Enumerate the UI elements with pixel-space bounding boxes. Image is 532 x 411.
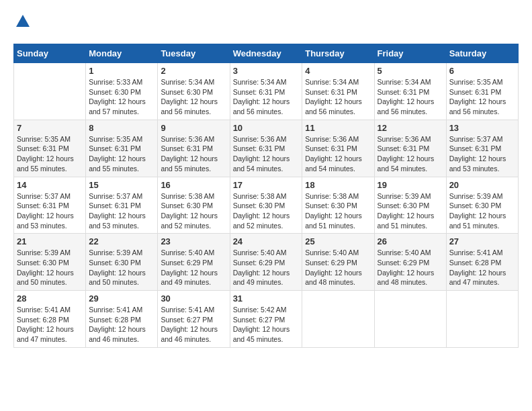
day-info: Sunrise: 5:40 AMSunset: 6:29 PMDaylight:… [305,248,371,287]
calendar-cell: 21Sunrise: 5:39 AMSunset: 6:30 PMDayligh… [14,234,86,291]
calendar-cell: 8Sunrise: 5:35 AMSunset: 6:31 PMDaylight… [86,120,158,177]
column-header-wednesday: Wednesday [230,44,302,63]
calendar-cell: 15Sunrise: 5:37 AMSunset: 6:31 PMDayligh… [86,177,158,234]
day-number: 17 [233,180,300,190]
calendar-cell: 28Sunrise: 5:41 AMSunset: 6:28 PMDayligh… [14,291,86,348]
day-info: Sunrise: 5:41 AMSunset: 6:28 PMDaylight:… [89,305,154,345]
day-number: 10 [233,123,300,133]
day-info: Sunrise: 5:34 AMSunset: 6:31 PMDaylight:… [305,77,371,117]
day-number: 30 [161,293,226,304]
day-info: Sunrise: 5:36 AMSunset: 6:31 PMDaylight:… [305,134,371,174]
calendar-cell: 2Sunrise: 5:34 AMSunset: 6:30 PMDaylight… [158,63,230,120]
calendar-week-row: 1Sunrise: 5:33 AMSunset: 6:30 PMDaylight… [14,63,519,120]
calendar-header-row: SundayMondayTuesdayWednesdayThursdayFrid… [14,44,519,63]
day-number: 2 [161,66,226,76]
calendar-table: SundayMondayTuesdayWednesdayThursdayFrid… [13,44,519,348]
day-info: Sunrise: 5:42 AMSunset: 6:27 PMDaylight:… [233,305,300,345]
day-info: Sunrise: 5:36 AMSunset: 6:31 PMDaylight:… [378,134,443,174]
calendar-cell: 23Sunrise: 5:40 AMSunset: 6:29 PMDayligh… [158,234,230,291]
day-info: Sunrise: 5:40 AMSunset: 6:29 PMDaylight:… [233,248,300,287]
day-info: Sunrise: 5:37 AMSunset: 6:31 PMDaylight:… [449,134,515,174]
calendar-cell: 7Sunrise: 5:35 AMSunset: 6:31 PMDaylight… [14,120,86,177]
day-info: Sunrise: 5:33 AMSunset: 6:30 PMDaylight:… [89,77,154,117]
column-header-saturday: Saturday [446,44,518,63]
calendar-cell: 20Sunrise: 5:39 AMSunset: 6:30 PMDayligh… [446,177,518,234]
calendar-cell: 22Sunrise: 5:39 AMSunset: 6:30 PMDayligh… [86,234,158,291]
calendar-cell [302,291,374,348]
day-info: Sunrise: 5:37 AMSunset: 6:31 PMDaylight:… [17,191,83,231]
calendar-cell: 3Sunrise: 5:34 AMSunset: 6:31 PMDaylight… [230,63,302,120]
calendar-cell: 19Sunrise: 5:39 AMSunset: 6:30 PMDayligh… [374,177,446,234]
svg-marker-0 [16,15,30,27]
day-info: Sunrise: 5:35 AMSunset: 6:31 PMDaylight:… [89,134,154,174]
day-info: Sunrise: 5:36 AMSunset: 6:31 PMDaylight:… [233,134,300,174]
day-number: 6 [449,66,515,76]
day-info: Sunrise: 5:38 AMSunset: 6:30 PMDaylight:… [161,191,226,231]
column-header-monday: Monday [86,44,158,63]
page-header [13,13,519,33]
day-info: Sunrise: 5:36 AMSunset: 6:31 PMDaylight:… [161,134,226,174]
day-info: Sunrise: 5:39 AMSunset: 6:30 PMDaylight:… [378,191,443,231]
day-number: 20 [449,180,515,190]
logo-icon [15,13,31,30]
day-number: 28 [17,293,83,304]
day-info: Sunrise: 5:41 AMSunset: 6:27 PMDaylight:… [161,305,226,345]
calendar-cell: 14Sunrise: 5:37 AMSunset: 6:31 PMDayligh… [14,177,86,234]
calendar-cell: 24Sunrise: 5:40 AMSunset: 6:29 PMDayligh… [230,234,302,291]
day-number: 13 [449,123,515,133]
day-number: 5 [378,66,443,76]
column-header-friday: Friday [374,44,446,63]
day-info: Sunrise: 5:39 AMSunset: 6:30 PMDaylight:… [89,248,154,287]
calendar-cell: 10Sunrise: 5:36 AMSunset: 6:31 PMDayligh… [230,120,302,177]
calendar-cell: 13Sunrise: 5:37 AMSunset: 6:31 PMDayligh… [446,120,518,177]
day-number: 14 [17,180,83,190]
day-info: Sunrise: 5:37 AMSunset: 6:31 PMDaylight:… [89,191,154,231]
day-number: 31 [233,293,300,304]
column-header-thursday: Thursday [302,44,374,63]
day-number: 25 [305,236,371,246]
day-info: Sunrise: 5:41 AMSunset: 6:28 PMDaylight:… [449,248,515,287]
calendar-cell: 18Sunrise: 5:38 AMSunset: 6:30 PMDayligh… [302,177,374,234]
day-info: Sunrise: 5:35 AMSunset: 6:31 PMDaylight:… [449,77,515,117]
day-info: Sunrise: 5:35 AMSunset: 6:31 PMDaylight:… [17,134,83,174]
day-number: 1 [89,66,154,76]
calendar-week-row: 7Sunrise: 5:35 AMSunset: 6:31 PMDaylight… [14,120,519,177]
day-number: 9 [161,123,226,133]
day-number: 3 [233,66,300,76]
calendar-cell: 12Sunrise: 5:36 AMSunset: 6:31 PMDayligh… [374,120,446,177]
calendar-week-row: 21Sunrise: 5:39 AMSunset: 6:30 PMDayligh… [14,234,519,291]
day-number: 4 [305,66,371,76]
logo [13,13,31,33]
day-number: 16 [161,180,226,190]
calendar-cell: 16Sunrise: 5:38 AMSunset: 6:30 PMDayligh… [158,177,230,234]
day-info: Sunrise: 5:38 AMSunset: 6:30 PMDaylight:… [305,191,371,231]
day-info: Sunrise: 5:39 AMSunset: 6:30 PMDaylight:… [17,248,83,287]
day-number: 22 [89,236,154,246]
calendar-week-row: 14Sunrise: 5:37 AMSunset: 6:31 PMDayligh… [14,177,519,234]
calendar-cell [446,291,518,348]
calendar-cell: 29Sunrise: 5:41 AMSunset: 6:28 PMDayligh… [86,291,158,348]
column-header-sunday: Sunday [14,44,86,63]
day-number: 27 [449,236,515,246]
day-info: Sunrise: 5:34 AMSunset: 6:31 PMDaylight:… [233,77,300,117]
day-number: 11 [305,123,371,133]
day-number: 8 [89,123,154,133]
calendar-week-row: 28Sunrise: 5:41 AMSunset: 6:28 PMDayligh… [14,291,519,348]
day-number: 7 [17,123,83,133]
logo-text [13,13,31,33]
day-number: 21 [17,236,83,246]
calendar-cell: 1Sunrise: 5:33 AMSunset: 6:30 PMDaylight… [86,63,158,120]
calendar-cell: 25Sunrise: 5:40 AMSunset: 6:29 PMDayligh… [302,234,374,291]
day-info: Sunrise: 5:34 AMSunset: 6:31 PMDaylight:… [378,77,443,117]
day-number: 15 [89,180,154,190]
calendar-cell: 9Sunrise: 5:36 AMSunset: 6:31 PMDaylight… [158,120,230,177]
calendar-cell: 11Sunrise: 5:36 AMSunset: 6:31 PMDayligh… [302,120,374,177]
calendar-cell: 6Sunrise: 5:35 AMSunset: 6:31 PMDaylight… [446,63,518,120]
day-number: 29 [89,293,154,304]
calendar-cell: 5Sunrise: 5:34 AMSunset: 6:31 PMDaylight… [374,63,446,120]
day-number: 24 [233,236,300,246]
calendar-cell [374,291,446,348]
day-info: Sunrise: 5:40 AMSunset: 6:29 PMDaylight:… [161,248,226,287]
day-number: 18 [305,180,371,190]
calendar-cell: 27Sunrise: 5:41 AMSunset: 6:28 PMDayligh… [446,234,518,291]
